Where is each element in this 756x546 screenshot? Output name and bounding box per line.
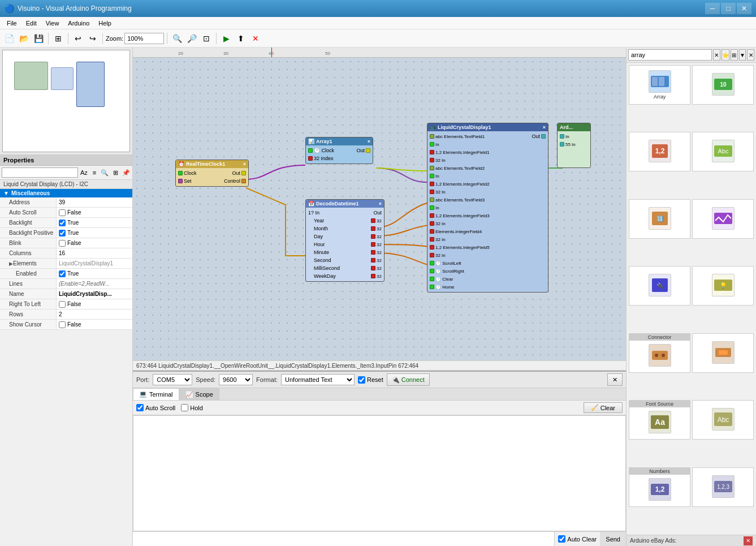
titlebar-controls[interactable]: ─ □ ✕ — [705, 3, 751, 14]
pin-lcd-if1-32[interactable] — [430, 158, 434, 162]
showcursor-checkbox[interactable] — [59, 321, 66, 328]
pin-lcd-if4-in[interactable] — [430, 229, 434, 234]
autoscroll-checkbox[interactable] — [59, 209, 66, 216]
pin-lcd-scrollright[interactable] — [430, 269, 434, 273]
pin-lcd-clear[interactable] — [430, 277, 434, 281]
comp-font2[interactable]: Abc — [692, 400, 754, 440]
comp-num2[interactable]: 1,2,3 — [692, 467, 754, 507]
comp-digit1[interactable]: 1,2 — [629, 132, 690, 171]
pin-ard-55[interactable] — [560, 142, 564, 147]
prop-value-enabled[interactable]: True — [57, 269, 132, 278]
node-array[interactable]: 📊 Array1 × 🕐 Clock Out 32 — [305, 137, 373, 164]
pin-decode-year[interactable] — [371, 218, 375, 223]
search-close-button[interactable]: ✕ — [747, 49, 754, 61]
run-button[interactable]: ▶ — [219, 32, 233, 45]
zoom-fit-button[interactable]: ⊡ — [200, 32, 213, 45]
pin-array-clock-in[interactable] — [308, 148, 313, 153]
tab-scope[interactable]: 📈 Scope — [179, 388, 219, 400]
rtl-checkbox[interactable] — [59, 301, 66, 308]
pin-array-index-in[interactable] — [308, 156, 313, 161]
menu-arduino[interactable]: Arduino — [63, 19, 94, 28]
prop-value-rtl[interactable]: False — [57, 299, 132, 309]
search-expand-button[interactable]: ⊞ — [731, 49, 738, 61]
pin-lcd-out[interactable] — [541, 134, 546, 139]
zoom-input[interactable] — [124, 33, 164, 44]
pin-lcd-if2-32[interactable] — [430, 190, 434, 194]
comp-array1[interactable]: Array — [629, 65, 690, 105]
elements-expand[interactable]: ▶ — [9, 261, 13, 266]
close-button[interactable]: ✕ — [737, 3, 751, 14]
menu-edit[interactable]: Edit — [21, 19, 41, 28]
pin-lcd-tf2-in[interactable] — [430, 166, 434, 170]
upload-button[interactable]: ⬆ — [234, 32, 248, 45]
node-rtc[interactable]: ⏰ RealTimeClock1 × Clock Out — [175, 160, 249, 187]
comp-dig-a[interactable]: 💡 — [692, 266, 754, 306]
delete-button[interactable]: ✕ — [249, 32, 262, 45]
pin-decode-minute[interactable] — [371, 250, 375, 255]
canvas-container[interactable]: ⏰ RealTimeClock1 × Clock Out — [133, 58, 626, 360]
prop-value-name[interactable]: LiquidCrystalDisp... — [57, 289, 132, 299]
ads-close-button[interactable]: ✕ — [744, 536, 753, 545]
pin-lcd-if3-in[interactable] — [430, 213, 434, 218]
minimize-button[interactable]: ─ — [705, 3, 720, 14]
speed-select[interactable]: 9600 — [219, 374, 253, 385]
blink-checkbox[interactable] — [59, 240, 66, 247]
prop-value-backlight-pos[interactable]: True — [57, 228, 132, 238]
search-bookmark-button[interactable]: ⭐ — [722, 49, 729, 61]
pin-rtc-control[interactable] — [241, 179, 246, 183]
comp-font1[interactable]: Font Source Aa — [629, 400, 690, 440]
new-button[interactable]: 📄 — [2, 32, 16, 45]
save-button[interactable]: 💾 — [32, 32, 45, 45]
undo-button[interactable]: ↩ — [71, 32, 85, 45]
menu-file[interactable]: File — [2, 19, 21, 28]
node-array-close[interactable]: × — [368, 139, 370, 144]
prop-value-blink[interactable]: False — [57, 238, 132, 248]
pin-lcd-tf1-in[interactable] — [430, 134, 434, 139]
menu-view[interactable]: View — [41, 19, 64, 28]
comp-conn2[interactable] — [692, 333, 754, 373]
pin-ard-in[interactable] — [560, 134, 564, 139]
grid-button[interactable]: ⊞ — [51, 32, 65, 45]
redo-button[interactable]: ↪ — [86, 32, 100, 45]
properties-search-input[interactable] — [2, 167, 78, 178]
pin-decode-month[interactable] — [371, 226, 375, 231]
autoclear-checkbox[interactable] — [558, 535, 565, 543]
comp-analog1[interactable] — [692, 199, 754, 239]
comp-conn1[interactable]: Connector — [629, 333, 690, 373]
serial-monitor[interactable] — [133, 415, 626, 531]
pin-decode-milli[interactable] — [371, 266, 375, 270]
node-arduino[interactable]: Ard... In 55 In — [557, 123, 591, 168]
clear-button[interactable]: 🧹 Clear — [584, 402, 623, 413]
pin-lcd-tf2-in2[interactable] — [430, 174, 434, 178]
pin-lcd-if1-in[interactable] — [430, 150, 434, 154]
prop-value-elements[interactable]: LiquidCrystalDisplay1 — [57, 259, 132, 268]
expand-arrow-misc[interactable]: ▼ — [3, 190, 9, 196]
connect-button[interactable]: 🔌 Connect — [387, 373, 430, 386]
backlightpos-checkbox[interactable] — [59, 230, 66, 237]
pin-lcd-home[interactable] — [430, 285, 434, 289]
pin-lcd-if4-32[interactable] — [430, 237, 434, 242]
format-select[interactable]: Unformatted Text — [281, 374, 355, 385]
prop-value-autoscroll[interactable]: False — [57, 208, 132, 217]
sort-alpha-button[interactable]: Az — [79, 167, 89, 178]
prop-value-rows[interactable]: 2 — [57, 309, 132, 319]
zoom-out-button[interactable]: 🔎 — [185, 32, 198, 45]
serial-input-field[interactable] — [133, 532, 555, 546]
node-decode-close[interactable]: × — [379, 201, 382, 207]
pin-decode-second[interactable] — [371, 258, 375, 263]
pin-array-out[interactable] — [366, 148, 370, 153]
pin-lcd-scrollleft[interactable] — [430, 261, 434, 265]
prop-value-columns[interactable]: 16 — [57, 248, 132, 258]
prop-value-address[interactable]: 39 — [57, 197, 132, 207]
prop-value-showcursor[interactable]: False — [57, 320, 132, 329]
comp-array2[interactable]: 10 — [692, 65, 754, 105]
pin-rtc-out[interactable] — [241, 171, 246, 175]
enabled-checkbox[interactable] — [59, 270, 66, 277]
pin-button[interactable]: 📌 — [121, 167, 131, 178]
node-lcd[interactable]: 📺 LiquidCrystalDisplay1 × abc Elements.T… — [427, 123, 548, 293]
node-decode[interactable]: 📅 DecodeDatetime1 × 1? In Out Year 32 — [305, 199, 385, 282]
search-clear-button[interactable]: ✕ — [713, 49, 720, 61]
prop-value-backlight[interactable]: True — [57, 218, 132, 227]
pin-lcd-if2-in[interactable] — [430, 182, 434, 186]
comp-digit2[interactable]: Abc — [692, 132, 754, 171]
